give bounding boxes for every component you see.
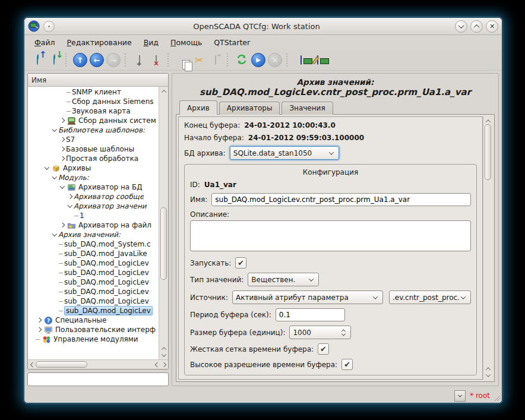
high-res-checkbox[interactable]: ✔	[341, 359, 353, 370]
scroll-up-icon[interactable]	[485, 118, 491, 124]
tree-item[interactable]: sub_DAQ.mod_LogicLev	[28, 306, 159, 315]
tree-item[interactable]: sub_DAQ.mod_LogicLev	[28, 287, 159, 296]
go-up-button[interactable]: ↑	[72, 52, 88, 68]
scroll-left-icon[interactable]	[154, 361, 160, 368]
collapsed-arrow-icon[interactable]	[59, 223, 66, 227]
close-button[interactable]: ✕	[486, 20, 498, 33]
tab-archivators[interactable]: Архиваторы	[219, 102, 280, 115]
tree-horizontal-scrollbar[interactable]	[28, 359, 168, 369]
expanded-arrow-icon[interactable]	[51, 176, 58, 179]
description-textarea[interactable]	[190, 220, 471, 251]
scroll-up-icon[interactable]	[160, 345, 167, 352]
hard-grid-checkbox[interactable]: ✔	[318, 343, 329, 355]
collapsed-arrow-icon[interactable]	[67, 195, 74, 198]
collapsed-arrow-icon[interactable]	[59, 119, 66, 122]
scroll-down-icon[interactable]	[160, 352, 167, 358]
menu-qtstarter[interactable]: QTStarter	[208, 36, 255, 49]
copy-button[interactable]	[174, 52, 191, 68]
expanded-arrow-icon[interactable]	[51, 128, 58, 132]
scroll-right-icon[interactable]	[160, 361, 167, 368]
archive-db-select[interactable]: SQLite.data_stan1050	[230, 146, 339, 160]
menu-file[interactable]: Файл	[29, 36, 61, 49]
start-button[interactable]: ▶	[250, 52, 267, 68]
collapsed-arrow-icon[interactable]	[59, 138, 66, 141]
collapsed-arrow-icon[interactable]	[59, 147, 66, 151]
tree-item[interactable]: Звуковая карта	[28, 106, 159, 116]
tree-item[interactable]: Сбор данных систем	[28, 116, 159, 125]
name-input[interactable]	[211, 193, 471, 206]
add-item-button[interactable]: ＋	[131, 52, 148, 68]
scrollbar-thumb[interactable]	[36, 361, 87, 368]
scroll-up-icon[interactable]	[485, 365, 491, 372]
tree-item[interactable]: Архиватор на БД	[28, 182, 159, 192]
expanded-arrow-icon[interactable]	[51, 233, 58, 236]
source-select[interactable]: .ev.cntr_post_proc.prm_Ua1.a_var	[389, 290, 471, 304]
tree-item[interactable]: ?Специальные	[28, 315, 159, 325]
maximize-button[interactable]	[470, 20, 483, 33]
tree-column-header[interactable]: Имя	[28, 74, 168, 87]
tree-item[interactable]: Базовые шаблоны	[28, 144, 159, 154]
menu-view[interactable]: Вид	[138, 36, 164, 49]
delete-item-button[interactable]: ✕	[148, 52, 165, 68]
tab-archive[interactable]: Архив	[179, 100, 217, 115]
tree-item[interactable]: Архиватор сообще	[28, 192, 159, 201]
tree-item[interactable]: sub_DAQ.mod_LogicLev	[28, 296, 159, 306]
save-to-db-button[interactable]: ↓	[46, 52, 62, 68]
resize-grip[interactable]	[494, 395, 500, 401]
refresh-button[interactable]	[233, 52, 250, 68]
scrollbar-thumb[interactable]	[485, 124, 491, 180]
window-sticky-button[interactable]	[43, 21, 55, 32]
vision-app-icon	[317, 56, 318, 64]
tree-item[interactable]: sub_DAQ.mod_System.c	[28, 239, 159, 249]
qtcfg-button[interactable]	[293, 52, 309, 68]
menu-edit[interactable]: Редактирование	[62, 36, 137, 49]
tree-item[interactable]: Управление модулями	[28, 334, 159, 344]
menu-help[interactable]: Помощь	[165, 36, 207, 49]
spinner-arrows-icon[interactable]	[339, 329, 347, 336]
tree-branch-line	[59, 244, 63, 245]
tree-item[interactable]: sub_DAQ.mod_LogicLev	[28, 277, 159, 287]
tree-item[interactable]: Архивы	[28, 163, 159, 173]
to-start-checkbox[interactable]: ✔	[235, 257, 246, 269]
name-label: Имя:	[190, 195, 207, 204]
tree-item[interactable]: 1	[28, 211, 159, 220]
tree-item[interactable]: Пользовательские интерф	[28, 325, 159, 334]
collapsed-arrow-icon[interactable]	[36, 328, 43, 331]
collapsed-arrow-icon[interactable]	[36, 318, 43, 322]
tree-item[interactable]: Библиотека шаблонов:	[28, 125, 159, 135]
tree-item[interactable]: Архив значений:	[28, 230, 159, 239]
buffer-size-spinbox[interactable]: 1000	[289, 326, 351, 339]
form-vertical-scrollbar[interactable]	[483, 116, 492, 380]
tree-item[interactable]: sub_DAQ.mod_LogicLev	[28, 268, 159, 277]
tab-values[interactable]: Значения	[282, 102, 333, 115]
tree-filter-input[interactable]	[27, 372, 169, 386]
tree-item[interactable]: Модуль:	[28, 173, 159, 182]
scroll-up-icon[interactable]	[160, 88, 167, 94]
tree-item[interactable]: Сбор данных Siemens	[28, 97, 159, 106]
tree-item[interactable]: Архиватор значени	[28, 201, 159, 211]
expanded-arrow-icon[interactable]	[67, 204, 74, 208]
expanded-arrow-icon[interactable]	[59, 185, 66, 189]
scrollbar-thumb[interactable]	[160, 207, 167, 280]
minimize-button[interactable]	[455, 20, 467, 33]
cut-button[interactable]: ✂	[191, 52, 207, 68]
tree-item[interactable]: Простая обработка	[28, 154, 159, 163]
tree-item[interactable]: sub_DAQ.mod_JavaLike	[28, 249, 159, 258]
title-bar[interactable]: OpenSCADA QTCfg: Work station ✕	[24, 18, 502, 35]
tree: SNMP клиентСбор данных SiemensЗвуковая к…	[28, 87, 159, 359]
tree-item[interactable]: Архиватор на файл	[28, 220, 159, 230]
collapsed-arrow-icon[interactable]	[59, 157, 66, 160]
tree-item[interactable]: sub_DAQ.mod_LogicLev	[28, 258, 159, 268]
value-type-select[interactable]: Веществен.	[248, 273, 319, 286]
scroll-down-icon[interactable]	[485, 372, 491, 378]
tree-vertical-scrollbar[interactable]	[159, 87, 168, 359]
go-back-button[interactable]: ←	[88, 52, 105, 68]
tree-item[interactable]: S7	[28, 135, 159, 144]
buffer-period-input[interactable]	[276, 308, 345, 321]
source-type-select[interactable]: Активный атрибут параметра	[232, 290, 383, 304]
expanded-arrow-icon[interactable]	[43, 166, 50, 170]
scroll-left-icon[interactable]	[29, 361, 36, 368]
tree-item[interactable]: SNMP клиент	[28, 87, 159, 97]
load-from-db-button[interactable]: ↑	[29, 52, 46, 68]
user-dropdown-button[interactable]	[454, 390, 466, 402]
